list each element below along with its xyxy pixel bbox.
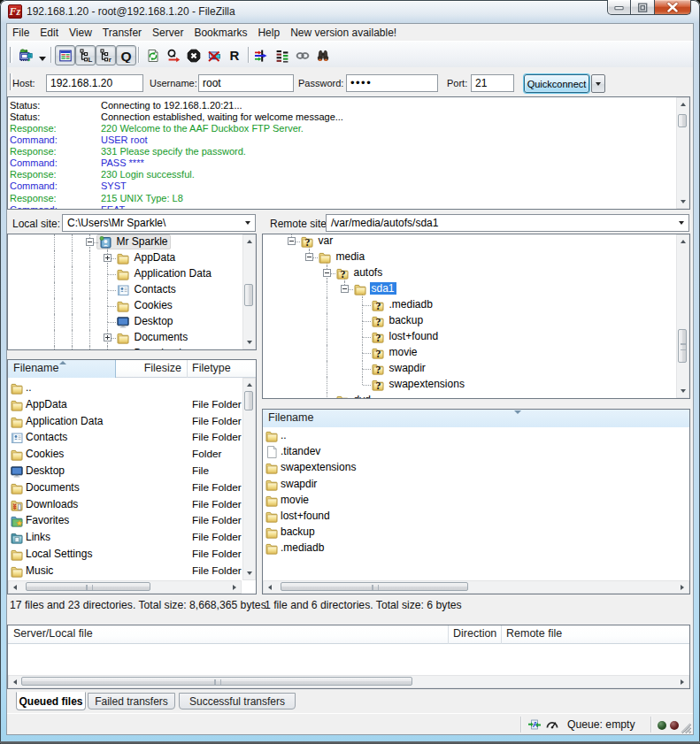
tab-failed-transfers[interactable]: Failed transfers [88,693,175,709]
tree-item-label[interactable]: autofs [352,266,385,279]
quickconnect-dropdown-button[interactable] [591,74,605,93]
vertical-scrollbar[interactable] [676,234,689,398]
scrollbar-thumb[interactable] [26,582,150,591]
horizontal-scrollbar[interactable] [8,580,242,594]
scroll-down-button[interactable] [677,385,688,397]
column-header-filetype[interactable]: Filetype [187,360,256,378]
tree-item-application-data[interactable]: Application Data [8,266,256,282]
tree-item-label[interactable]: media [335,250,367,263]
tree-item-label[interactable]: swapextensions [388,378,466,390]
tree-item-label[interactable]: var [317,234,335,247]
process-queue-icon[interactable] [166,49,181,63]
file-row-..[interactable]: .. [8,380,256,397]
maximize-button[interactable] [631,0,655,15]
scroll-down-button[interactable] [243,336,255,349]
file-row-contacts[interactable]: ContactsFile Folder [8,430,256,447]
tree-item-cookies[interactable]: Cookies [8,298,256,314]
tree-item-swapextensions[interactable]: ?swapextensions [263,377,689,393]
tree-item-dvd[interactable]: ?dvd [263,393,689,399]
menu-item-new-version-available[interactable]: New version available! [285,25,402,41]
site-manager-icon[interactable] [19,49,33,63]
tree-item-label[interactable]: dvd [352,394,373,399]
horizontal-scrollbar[interactable] [8,675,689,688]
toggle-log-view-icon[interactable] [55,45,75,65]
queue-column-direction[interactable]: Direction [448,625,501,644]
tree-expander-plus[interactable] [104,334,112,341]
tree-item-label[interactable]: backup [388,314,426,326]
toggle-queue-view-icon[interactable]: Q [116,45,136,65]
menu-item-help[interactable]: Help [252,25,285,41]
disconnect-icon[interactable] [207,49,221,63]
comparison-lists-icon[interactable] [275,49,289,63]
tree-item--mediadb[interactable]: ?.mediadb [263,297,689,313]
tree-item-contacts[interactable]: Contacts [8,282,256,298]
column-divider[interactable] [501,625,502,644]
scrollbar-thumb[interactable] [281,582,468,591]
scrollbar-thumb[interactable] [678,114,687,127]
file-row-desktop[interactable]: DesktopFile [8,464,256,480]
tree-item-autofs[interactable]: ?autofs [263,265,689,281]
file-row-cookies[interactable]: CookiesFolder [8,447,256,464]
menu-item-server[interactable]: Server [147,25,188,41]
scroll-down-button[interactable] [677,196,688,208]
toggle-local-tree-icon[interactable]: L [75,45,96,65]
tree-item-downloads[interactable]: Downloads [8,346,256,350]
tree-item-label[interactable]: Application Data [133,267,213,280]
file-row-links[interactable]: LinksFile Folder [8,530,256,547]
toggle-remote-tree-icon[interactable]: r [96,45,116,65]
tree-item-label[interactable]: .mediadb [388,298,435,311]
synchronized-browsing-icon[interactable] [296,49,310,63]
tree-item-appdata[interactable]: AppData [8,250,256,266]
menu-item-bookmarks[interactable]: Bookmarks [188,25,252,41]
scroll-left-button[interactable] [264,581,276,593]
file-row-local-settings[interactable]: Local SettingsFile Folder [8,547,256,564]
tab-successful-transfers[interactable]: Successful transfers [179,693,296,709]
scroll-up-button[interactable] [677,98,688,111]
tree-expander-minus[interactable] [341,285,349,293]
menu-item-edit[interactable]: Edit [35,25,64,41]
refresh-icon[interactable] [146,49,160,63]
resize-grip[interactable] [680,721,691,732]
scroll-right-button[interactable] [676,581,688,593]
file-row-downloads[interactable]: DownloadsFile Folder [8,497,256,514]
close-button[interactable] [655,0,691,15]
tree-item-lost-found[interactable]: ?lost+found [263,329,689,345]
file-search-icon[interactable] [316,49,330,63]
tree-item-swapdir[interactable]: ?swapdir [263,361,689,377]
menu-item-transfer[interactable]: Transfer [97,25,147,41]
password-input[interactable]: •••• [346,74,438,92]
scroll-up-button[interactable] [677,235,688,248]
tree-item-label[interactable]: Contacts [133,283,178,295]
column-header-filesize[interactable]: Filesize [116,360,187,378]
tree-item-label[interactable]: swapdir [388,362,427,374]
menu-item-view[interactable]: View [64,25,97,41]
file-row-music[interactable]: MusicFile Folder [8,564,256,580]
file-row-movie[interactable]: movie [263,493,689,509]
scroll-down-button[interactable] [243,567,255,579]
scrollbar-thumb[interactable] [21,677,412,686]
tree-item-label[interactable]: AppData [133,251,178,264]
cancel-icon[interactable] [187,49,201,63]
tree-item-label[interactable]: Cookies [133,299,174,311]
tree-item-mr-sparkle[interactable]: Mr Sparkle [8,234,256,250]
reconnect-icon[interactable]: R [227,49,242,63]
menu-item-file[interactable]: File [7,25,35,41]
column-header-filename[interactable]: Filename [263,410,690,427]
port-input[interactable]: 21 [471,74,514,92]
queue-column-remote-file[interactable]: Remote file [501,625,690,644]
horizontal-scrollbar[interactable] [263,580,689,594]
tree-item-label[interactable]: Desktop [133,315,175,327]
scroll-up-button[interactable] [243,379,255,391]
host-input[interactable]: 192.168.1.20 [46,74,143,92]
file-row-swapextensions[interactable]: swapextensions [263,460,689,476]
tree-expander-plus[interactable] [104,254,112,262]
tree-item-label[interactable]: lost+found [388,330,441,342]
scroll-right-button[interactable] [676,676,688,687]
column-divider[interactable] [448,625,449,644]
tree-item-desktop[interactable]: Desktop [8,314,256,330]
tree-expander-plus[interactable] [104,349,112,350]
file-row-lost-found[interactable]: lost+found [263,509,689,525]
scrollbar-thumb[interactable] [244,391,253,410]
tree-item-movie[interactable]: ?movie [263,345,689,361]
tree-item-backup[interactable]: ?backup [263,313,689,329]
